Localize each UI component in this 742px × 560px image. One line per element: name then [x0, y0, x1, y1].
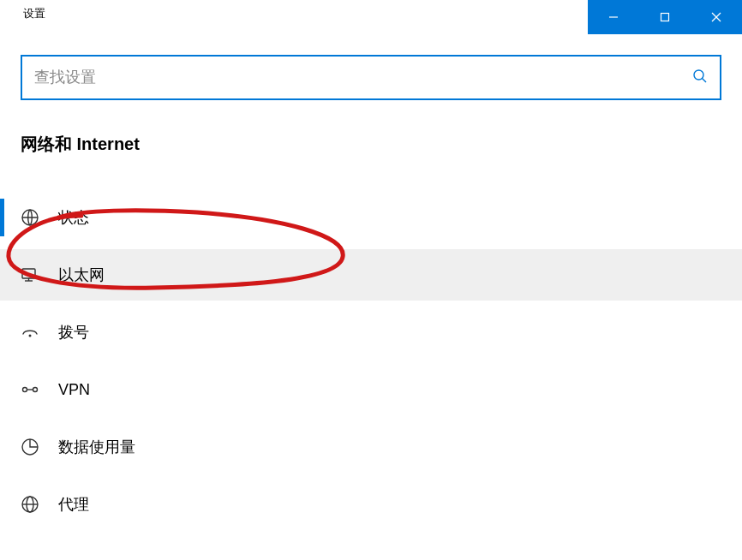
nav-item-ethernet[interactable]: 以太网 — [0, 249, 742, 301]
titlebar: 设置 — [0, 0, 742, 34]
nav-item-label: 以太网 — [58, 265, 105, 285]
svg-line-5 — [703, 78, 707, 82]
search-input[interactable] — [34, 69, 708, 86]
nav-item-label: VPN — [58, 381, 90, 399]
maximize-button[interactable] — [639, 0, 691, 34]
vpn-icon — [21, 380, 39, 399]
svg-point-4 — [694, 70, 703, 80]
minimize-button[interactable] — [588, 0, 639, 34]
search-box[interactable] — [21, 55, 721, 100]
window-controls — [588, 0, 742, 34]
nav-item-vpn[interactable]: VPN — [0, 364, 742, 415]
nav-list: 状态 以太网 拨号 VPN 数据 — [0, 192, 742, 530]
globe-status-icon — [21, 208, 39, 227]
svg-point-10 — [29, 335, 32, 337]
nav-item-dialup[interactable]: 拨号 — [0, 307, 742, 358]
nav-item-label: 状态 — [58, 207, 89, 228]
close-button[interactable] — [691, 0, 742, 34]
svg-rect-7 — [22, 269, 35, 278]
content-area: 网络和 Internet 状态 以太网 拨号 — [0, 34, 742, 530]
svg-point-11 — [23, 388, 27, 392]
nav-item-data-usage[interactable]: 数据使用量 — [0, 421, 742, 473]
nav-item-status[interactable]: 状态 — [0, 192, 742, 243]
svg-rect-1 — [661, 14, 669, 21]
proxy-icon — [21, 495, 39, 514]
window-title: 设置 — [0, 0, 45, 21]
nav-item-label: 拨号 — [58, 322, 89, 343]
minimize-icon — [608, 12, 619, 22]
nav-item-label: 数据使用量 — [58, 437, 135, 457]
data-usage-icon — [21, 438, 39, 456]
search-icon — [692, 69, 708, 87]
nav-item-proxy[interactable]: 代理 — [0, 479, 742, 530]
svg-point-12 — [33, 388, 38, 392]
dialup-icon — [21, 323, 39, 342]
close-icon — [711, 12, 721, 22]
nav-item-label: 代理 — [58, 494, 89, 515]
page-title: 网络和 Internet — [21, 133, 721, 156]
maximize-icon — [660, 12, 670, 22]
ethernet-icon — [21, 265, 39, 284]
